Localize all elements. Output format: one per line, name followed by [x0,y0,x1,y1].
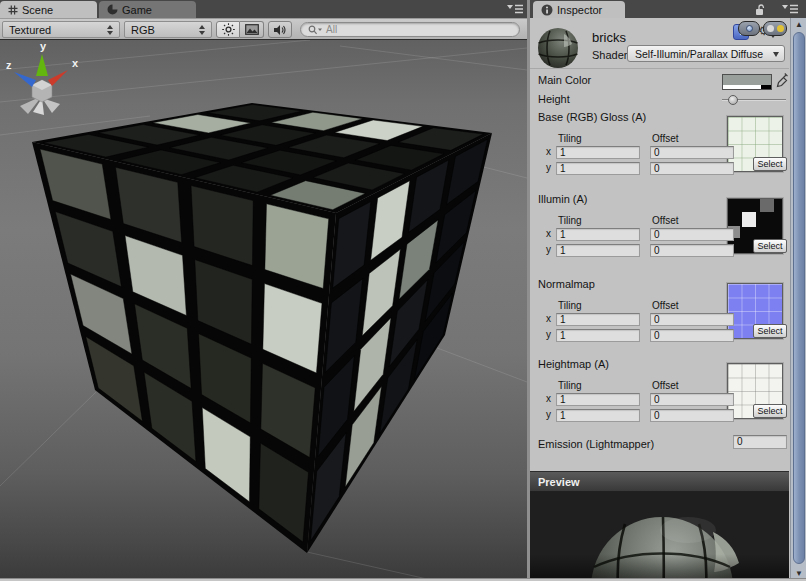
lock-icon[interactable] [755,4,766,16]
offset-label: Offset [652,215,679,226]
inspector-scrollbar[interactable]: ▲ ▼ [790,18,806,581]
offset-label: Offset [652,300,679,311]
offset-x-field[interactable]: 0 [650,228,734,241]
offset-y-field[interactable]: 0 [650,162,734,175]
updown-arrows-icon [107,25,113,35]
tab-inspector[interactable]: Inspector [533,1,625,18]
offset-x-field[interactable]: 0 [650,393,734,406]
y-row-label: y [546,244,551,255]
emission-field[interactable]: 0 [733,435,787,449]
scene-viewport[interactable]: y x z [0,40,527,581]
color-mode-dropdown[interactable]: RGB [124,21,212,38]
scene-toolbar: Textured RGB [0,18,527,40]
search-placeholder-text: All [326,24,337,35]
skybox-toggle-button[interactable] [240,21,264,38]
offset-x-field[interactable]: 0 [650,313,734,326]
tiling-y-field[interactable]: 1 [556,162,640,175]
toggle-dot-off [767,25,774,32]
offset-x-field[interactable]: 0 [650,146,734,159]
x-row-label: x [546,393,551,404]
select-texture-button[interactable]: Select [753,404,787,418]
slider-knob[interactable] [728,95,738,105]
tab-scene[interactable]: Scene [0,1,97,18]
section-title: Heightmap (A) [538,358,609,370]
audio-toggle-button[interactable] [268,21,292,38]
inspector-body: bricks Shader Self-Illumin/Parallax Diff… [530,18,806,581]
scene-pane-menu-icon[interactable] [507,4,523,15]
chevron-down-icon [773,52,779,57]
texture-section-illumin: Illumin (A) Select Tiling Offset x 1 0 y… [530,193,789,259]
preview-light-toggle[interactable] [763,21,787,36]
offset-y-field[interactable]: 0 [650,409,734,422]
texture-section-normalmap: Normalmap Select Tiling Offset x 1 0 y 1… [530,278,789,344]
game-icon [107,4,118,15]
y-row-label: y [546,162,551,173]
speaker-icon [273,24,287,36]
inspector-tab-row: Inspector [530,0,806,18]
x-row-label: x [546,313,551,324]
updown-arrows-icon [199,25,205,35]
texture-section-heightmap: Heightmap (A) Select Tiling Offset x 1 0… [530,358,789,424]
material-name: bricks [592,30,626,45]
image-icon [245,24,259,35]
tab-inspector-label: Inspector [557,4,602,16]
scene-search-field[interactable]: All [300,22,520,37]
preview-header[interactable]: Preview [530,471,789,492]
x-row-label: x [546,146,551,157]
gizmo-z-label: z [6,59,12,71]
gizmo-z-axis-cone[interactable] [14,72,36,87]
tiling-x-field[interactable]: 1 [556,146,640,159]
tab-scene-label: Scene [22,4,53,16]
gizmo-y-axis-cone[interactable] [36,54,48,76]
offset-y-field[interactable]: 0 [650,244,734,257]
sphere-icon [746,25,753,32]
gizmo-x-axis-cone[interactable] [48,70,68,86]
lighting-toggle-button[interactable] [216,21,240,38]
select-texture-button[interactable]: Select [753,324,787,338]
shader-dropdown[interactable]: Self-Illumin/Parallax Diffuse [627,45,785,62]
orientation-gizmo[interactable]: y x z [0,40,84,124]
inspector-panel: Inspector [530,0,806,581]
tab-game-label: Game [122,4,152,16]
scene-tab-row: Scene Game [0,0,527,18]
tiling-x-field[interactable]: 1 [556,313,640,326]
render-mode-dropdown[interactable]: Textured [2,21,120,38]
inspector-pane-menu-icon[interactable] [782,4,798,15]
emission-label: Emission (Lightmapper) [538,438,654,450]
eyedropper-icon[interactable] [776,73,788,88]
thumb-cell [742,212,757,227]
grid-icon [8,5,18,15]
scroll-up-arrow-icon[interactable]: ▲ [791,19,806,31]
thumb-cell [760,199,774,212]
main-color-swatch[interactable] [722,74,772,90]
select-texture-button[interactable]: Select [753,157,787,171]
x-row-label: x [546,228,551,239]
height-label: Height [538,93,570,105]
tiling-label: Tiling [558,215,582,226]
offset-y-field[interactable]: 0 [650,329,734,342]
tiling-y-field[interactable]: 1 [556,244,640,257]
preview-body[interactable] [530,492,789,581]
shader-label: Shader [592,49,627,61]
offset-label: Offset [652,380,679,391]
section-title: Illumin (A) [538,193,588,205]
tiling-y-field[interactable]: 1 [556,329,640,342]
preview-sphere-render [530,492,789,581]
height-slider[interactable] [722,94,786,106]
main-color-label: Main Color [538,74,591,86]
render-mode-value: Textured [9,24,51,36]
select-texture-button[interactable]: Select [753,239,787,253]
tiling-y-field[interactable]: 1 [556,409,640,422]
sun-icon [222,23,235,36]
preview-model-button[interactable] [738,21,760,36]
tab-game[interactable]: Game [99,1,196,18]
shader-value: Self-Illumin/Parallax Diffuse [635,48,763,60]
alpha-bar [723,85,771,89]
tiling-label: Tiling [558,133,582,144]
tiling-x-field[interactable]: 1 [556,393,640,406]
info-icon [541,4,553,16]
header-separator [530,68,789,69]
tiling-x-field[interactable]: 1 [556,228,640,241]
scrollbar-thumb[interactable] [793,32,805,564]
toggle-dot-on [777,25,784,32]
